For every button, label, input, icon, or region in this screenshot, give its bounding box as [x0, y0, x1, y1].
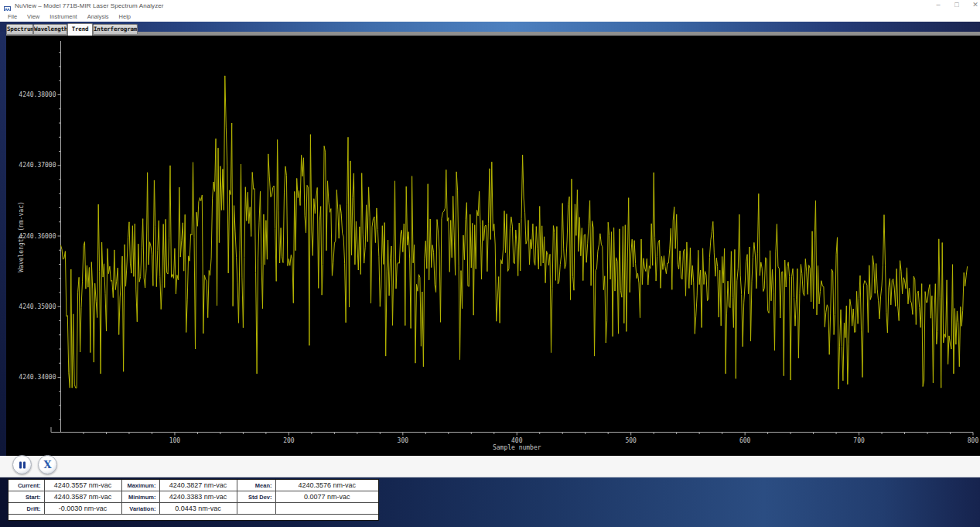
trend-chart[interactable]: 4240.340004240.350004240.360004240.37000…	[6, 36, 980, 456]
svg-text:4240.35000: 4240.35000	[19, 303, 56, 310]
svg-text:4240.38000: 4240.38000	[19, 91, 56, 98]
mean-value: 4240.3576 nm-vac	[275, 480, 378, 491]
drift-value: -0.0030 nm-vac	[44, 503, 121, 515]
variation-label: Variation:	[121, 503, 159, 515]
table-row: Drift: -0.0030 nm-vac Variation: 0.0443 …	[9, 503, 378, 515]
start-label: Start:	[9, 491, 44, 503]
maximize-button[interactable]: □	[948, 0, 966, 11]
start-value: 4240.3587 nm-vac	[44, 491, 121, 503]
svg-text:700: 700	[853, 437, 865, 444]
svg-text:300: 300	[398, 437, 409, 444]
app-icon	[4, 2, 11, 9]
minimize-button[interactable]: –	[929, 0, 948, 11]
minimum-value: 4240.3383 nm-vac	[159, 491, 237, 503]
maximum-value: 4240.3827 nm-vac	[159, 480, 237, 491]
pause-icon	[19, 461, 26, 468]
svg-text:4240.37000: 4240.37000	[19, 162, 56, 169]
status-strip: Current: 4240.3557 nm-vac Maximum: 4240.…	[0, 477, 980, 527]
current-value: 4240.3557 nm-vac	[44, 480, 121, 491]
tab-interferogram[interactable]: Interferogram	[93, 24, 138, 34]
trend-plot: 4240.340004240.350004240.360004240.37000…	[6, 36, 980, 456]
menu-analysis[interactable]: Analysis	[84, 13, 113, 20]
title-bar: NuView – Model 771B-MIR Laser Spectrum A…	[0, 0, 980, 11]
table-row: Current: 4240.3557 nm-vac Maximum: 4240.…	[9, 480, 378, 491]
empty-value-cell	[275, 503, 378, 515]
stddev-label: Std Dev:	[237, 491, 275, 503]
tab-spectrum[interactable]: Spectrum	[6, 24, 33, 34]
pause-button[interactable]	[12, 455, 32, 474]
statistics-panel: Current: 4240.3557 nm-vac Maximum: 4240.…	[8, 479, 379, 521]
minimum-label: Minimum:	[121, 491, 159, 503]
svg-text:800: 800	[968, 437, 979, 444]
svg-text:100: 100	[169, 437, 181, 444]
svg-text:600: 600	[739, 437, 751, 444]
stddev-value: 0.0077 nm-vac	[275, 491, 378, 503]
top-gradient-band	[0, 22, 980, 32]
svg-text:400: 400	[511, 437, 523, 444]
menu-view[interactable]: View	[23, 13, 43, 20]
tab-wavelength[interactable]: Wavelength	[33, 24, 67, 34]
svg-text:Wavelength (nm-vac): Wavelength (nm-vac)	[18, 201, 25, 272]
svg-text:200: 200	[283, 437, 295, 444]
menu-instrument[interactable]: Instrument	[46, 13, 80, 20]
close-button[interactable]: ✕	[966, 0, 980, 11]
mean-label: Mean:	[237, 480, 275, 491]
tab-trend[interactable]: Trend	[67, 23, 93, 36]
window-title: NuView – Model 771B-MIR Laser Spectrum A…	[15, 2, 164, 9]
window-controls: – □ ✕	[929, 0, 980, 11]
maximum-label: Maximum:	[121, 480, 159, 491]
menu-bar: File View Instrument Analysis Help	[0, 11, 980, 22]
table-row: Start: 4240.3587 nm-vac Minimum: 4240.33…	[9, 491, 378, 503]
stop-button[interactable]: X	[38, 455, 57, 474]
svg-text:500: 500	[625, 437, 637, 444]
statistics-table: Current: 4240.3557 nm-vac Maximum: 4240.…	[9, 480, 378, 515]
tab-bar: Spectrum Wavelength Trend Interferogram	[6, 22, 138, 36]
x-icon: X	[39, 459, 56, 471]
menu-file[interactable]: File	[4, 13, 21, 20]
current-label: Current:	[9, 480, 44, 491]
main-content-area: Spectrum Wavelength Trend Interferogram …	[0, 22, 980, 456]
svg-text:4240.34000: 4240.34000	[19, 374, 56, 381]
empty-label-cell	[237, 503, 275, 515]
menu-help[interactable]: Help	[115, 13, 135, 20]
svg-text:Sample number: Sample number	[493, 444, 541, 451]
variation-value: 0.0443 nm-vac	[159, 503, 237, 515]
drift-label: Drift:	[9, 503, 44, 515]
toolbar-strip: X	[0, 456, 980, 477]
